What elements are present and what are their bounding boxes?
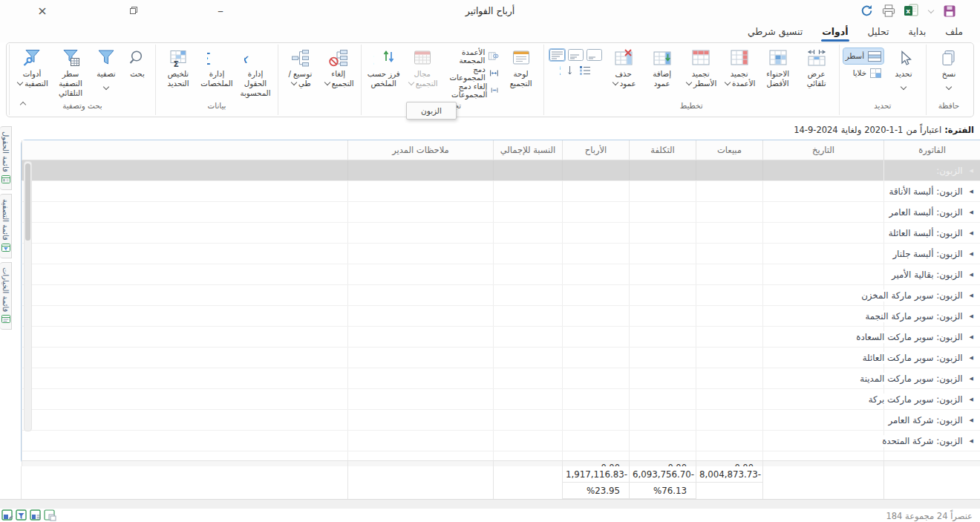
save-icon — [943, 4, 956, 18]
grouped-columns-button[interactable]: الأعمدة المجمعة — [442, 48, 501, 64]
fx-icon: ƒx — [244, 48, 267, 68]
status-bar: 184 عنصراً 24 مجموعة — [0, 509, 980, 522]
expand-collapse-button[interactable]: توسيع / طي — [282, 46, 318, 91]
ungroup-button[interactable]: إلغاء التجميع — [320, 46, 357, 91]
sort-alphabet-icon: ABЧА — [560, 65, 572, 76]
unmerge-groups-button[interactable]: إلغاء دمج المجموعات — [442, 82, 501, 98]
column-header-sales[interactable]: مبيعات — [696, 140, 762, 160]
svg-text:ЧА: ЧА — [560, 71, 561, 76]
freeze-rows-button[interactable]: تجميد الأسطر — [682, 46, 719, 91]
search-button[interactable]: بحث — [123, 46, 151, 81]
column-header-percent[interactable]: النسبة للإجمالي — [493, 140, 562, 160]
column-header-date[interactable]: التاريخ — [762, 140, 883, 160]
side-tab-options-list[interactable]: قائمة الخيارات — [0, 262, 12, 330]
table-row[interactable]: ◀الزبون: — [22, 160, 980, 181]
dropdown-item-customer[interactable]: الزبون — [421, 106, 442, 115]
column-header-invoice[interactable]: الفاتورة — [883, 140, 980, 160]
table-row[interactable]: ◀الزبون: سوبر ماركت بركة — [22, 389, 980, 410]
table-row[interactable]: ◀الزبون: ألبسة العائلة — [22, 223, 980, 244]
manage-calculated-fields-button[interactable]: ƒx إدارة الحقول المحسوبة — [237, 46, 274, 99]
collapse-triangle-icon[interactable]: ◀ — [970, 293, 973, 298]
delete-column-button[interactable]: حذف عمود — [605, 46, 642, 91]
sort-alphabet-button[interactable]: ABЧА — [560, 65, 572, 76]
collapse-triangle-icon[interactable]: ◀ — [970, 376, 973, 382]
collapse-triangle-icon[interactable]: ◀ — [970, 168, 973, 174]
collapse-triangle-icon[interactable]: ◀ — [970, 209, 973, 215]
column-header-profit[interactable]: الأرباح — [562, 140, 629, 160]
table-row[interactable]: ◀الزبون: سوبر ماركة المخزن — [22, 285, 980, 306]
column-header-cost[interactable]: التكلفة — [629, 140, 696, 160]
collapse-triangle-icon[interactable]: ◀ — [970, 251, 973, 257]
group-label-search-filter: بحث وتصفية — [13, 99, 151, 115]
vertical-scrollbar[interactable] — [24, 161, 32, 431]
collapse-triangle-icon[interactable]: ◀ — [970, 189, 973, 195]
table-row[interactable]: ◀الزبون: شركة المتحدة — [22, 431, 980, 451]
table-row[interactable]: ◀الزبون: سوبر ماركة النجمة — [22, 306, 980, 327]
side-tab-fields-list[interactable]: قائمة الحقول — [0, 126, 12, 190]
add-column-button[interactable]: إضافة عمود — [644, 46, 681, 91]
auto-view-button[interactable]: عرض تلقائي — [798, 46, 835, 91]
grid-edit-panel-button[interactable] — [1, 509, 14, 521]
print-button[interactable] — [881, 4, 896, 18]
save-button[interactable] — [943, 4, 956, 18]
summarize-selection-button[interactable]: Σ تلخيص التحديد — [160, 46, 197, 91]
refresh-button[interactable] — [860, 4, 874, 18]
group-label-data: بيانات — [160, 99, 274, 115]
freeze-columns-button[interactable]: تجميد الأعمدة — [721, 46, 758, 91]
row-size-large-button[interactable] — [549, 49, 565, 61]
grid-filter-panel-button[interactable] — [16, 509, 28, 521]
line-numbers-button[interactable] — [579, 65, 591, 76]
row-size-small-button[interactable] — [587, 49, 602, 61]
side-tab-filter-list[interactable]: قائمة التصفية — [0, 194, 12, 258]
tab-conditional-format[interactable]: تنسيق شرطي — [738, 23, 812, 42]
select-rows-button[interactable]: أسطر — [843, 48, 883, 64]
grid-list-panel-button[interactable] — [30, 509, 42, 521]
ribbon-group-data: ƒx إدارة الحقول المحسوبة Σ إدارة الملخصا… — [155, 45, 278, 115]
column-header-manager-notes[interactable]: ملاحظات المدير — [347, 140, 493, 160]
tab-file[interactable]: ملف — [935, 23, 973, 42]
collapse-triangle-icon[interactable]: ◀ — [970, 438, 973, 444]
best-fit-button[interactable]: الاحتواء الأفضل — [760, 46, 797, 91]
grouping-panel-button[interactable]: لوحة التجميع — [503, 46, 540, 91]
collapse-triangle-icon[interactable]: ◀ — [970, 397, 973, 402]
collapse-triangle-icon[interactable]: ◀ — [970, 355, 973, 361]
table-row[interactable]: ◀الزبون: ألبسة الأناقة — [22, 181, 980, 202]
export-options-chevron[interactable] — [927, 8, 935, 14]
tab-analysis[interactable]: تحليل — [858, 23, 899, 42]
collapse-triangle-icon[interactable]: ◀ — [970, 230, 973, 236]
row-size-medium-button[interactable] — [568, 49, 584, 61]
table-row[interactable]: ◀الزبون: سوبر ماركت المدينة — [22, 368, 980, 389]
tab-tools[interactable]: أدوات — [812, 23, 858, 42]
table-row[interactable]: ◀الزبون: بقالية الأمير — [22, 264, 980, 285]
period-from-text: اعتباراً من — [906, 125, 941, 135]
line-numbers-icon — [579, 65, 591, 76]
collapse-triangle-icon[interactable]: ◀ — [970, 272, 973, 278]
collapse-ribbon-button[interactable] — [17, 100, 29, 111]
select-button[interactable]: تحديد — [885, 46, 922, 86]
table-row[interactable]: ◀الزبون: ألبسة جلنار — [22, 244, 980, 264]
table-row[interactable]: ◀الزبون: ألبسة العامر — [22, 202, 980, 223]
copy-button[interactable]: نسخ — [930, 46, 967, 86]
table-row[interactable]: ◀الزبون: شركة العامر — [22, 410, 980, 431]
auto-filter-row-button[interactable]: سطر التصفية التلقائي — [52, 46, 89, 99]
table-row[interactable]: ◀الزبون: سوبر ماركت العائلة — [22, 348, 980, 368]
percent-profit: %23.95 — [562, 483, 629, 499]
export-excel-button[interactable]: x — [904, 4, 919, 18]
grid-copy-panel-button[interactable] — [44, 509, 56, 521]
manage-summaries-button[interactable]: Σ إدارة الملخصات — [198, 46, 235, 91]
filter-button[interactable]: تصفية — [91, 46, 122, 86]
sort-by-summary-button[interactable]: Σ فرز حسب الملخص — [365, 46, 402, 91]
filter-tools-button[interactable]: أدوات التصفية — [13, 46, 50, 91]
collapse-triangle-icon[interactable]: ◀ — [970, 417, 973, 423]
scrollbar-thumb[interactable] — [25, 163, 30, 241]
column-header-empty — [22, 140, 347, 160]
collapse-triangle-icon[interactable]: ◀ — [970, 313, 973, 319]
rows-label: أسطر — [846, 52, 864, 60]
select-cells-button[interactable]: خلايا — [843, 65, 883, 81]
table-row[interactable]: ◀الزبون: سوبر ماركت السعادة — [22, 327, 980, 348]
merge-groups-button[interactable]: دمج المجموعات — [442, 65, 501, 81]
tab-home[interactable]: بداية — [899, 23, 936, 42]
best-fit-icon — [768, 48, 788, 68]
ribbon-group-ungroup: إلغاء التجميع توسيع / طي — [278, 45, 361, 115]
collapse-triangle-icon[interactable]: ◀ — [970, 334, 973, 340]
